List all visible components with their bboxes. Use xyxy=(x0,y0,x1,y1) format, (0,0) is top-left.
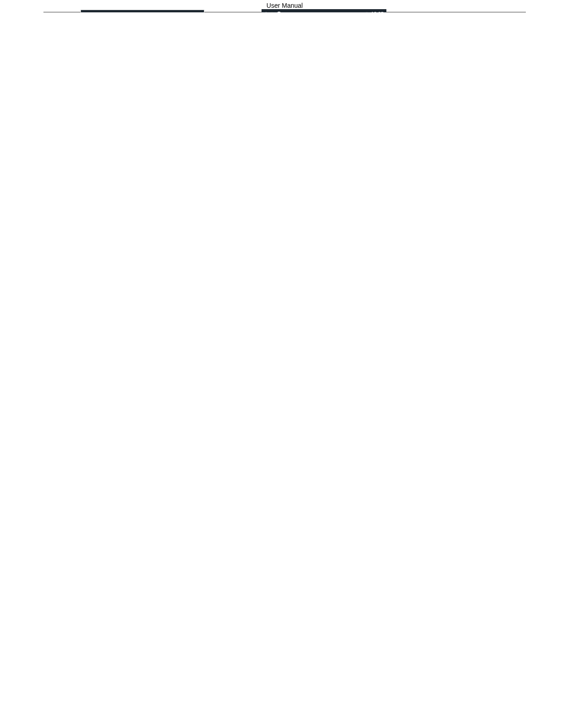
clock: 12:35 xyxy=(188,12,201,12)
usb-connection-screen: ψ ▮ ◈ ⬤ ◿ ▮ 12:35 USB computer connectio… xyxy=(80,10,204,12)
usb-icon: ψ xyxy=(264,11,268,12)
android-icon: ⬤ xyxy=(276,11,282,13)
charging-info-screen: ψ ▮ ⬤ ◿ ▮ 12:35 Back Charging Info last … xyxy=(262,9,386,12)
status-bar: ψ ▮ ◈ ⬤ ◿ ▮ 12:35 xyxy=(81,10,204,12)
battery-charging-icon: ▮ xyxy=(271,11,273,13)
battery-icon: ▮ xyxy=(183,12,186,13)
battery-icon: ▮ xyxy=(365,11,368,13)
status-bar: ψ ▮ ⬤ ◿ ▮ 12:35 xyxy=(262,9,386,12)
signal-icon: ◿ xyxy=(177,12,180,13)
usb-icon: ψ xyxy=(84,12,87,12)
signal-icon: ◿ xyxy=(359,11,363,13)
wifi-icon: ◈ xyxy=(96,12,99,13)
battery-charging-icon: ▮ xyxy=(90,12,93,13)
clock: 12:35 xyxy=(371,11,384,12)
android-icon: ⬤ xyxy=(102,12,107,13)
